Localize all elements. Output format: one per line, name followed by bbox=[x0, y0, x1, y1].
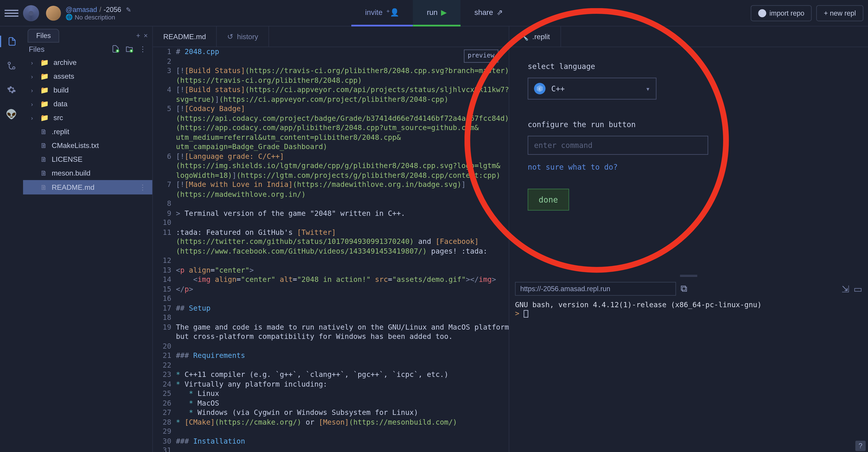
help-link[interactable]: not sure what to do? bbox=[528, 163, 849, 171]
run-command-input[interactable] bbox=[528, 136, 708, 155]
history-icon: ↺ bbox=[227, 32, 234, 41]
add-tab-icon[interactable]: + bbox=[136, 32, 141, 40]
new-repl-button[interactable]: + new repl bbox=[816, 5, 864, 21]
pencil-icon[interactable] bbox=[124, 5, 131, 13]
files-header-label: Files bbox=[29, 45, 44, 53]
files-icon[interactable] bbox=[0, 36, 23, 47]
folder-data[interactable]: ›📁data bbox=[23, 97, 152, 111]
chevron-down-icon: ▾ bbox=[646, 84, 650, 93]
owner-link[interactable]: @amasad bbox=[66, 5, 97, 13]
done-button[interactable]: done bbox=[528, 189, 569, 210]
folder-archive[interactable]: ›📁archive bbox=[23, 56, 152, 70]
center-actions: invite ⁺👤 run ▶ share ⇗ bbox=[351, 0, 517, 26]
more-icon[interactable]: ⋮ bbox=[139, 45, 147, 53]
left-icon-bar: 👽 bbox=[0, 26, 23, 452]
hamburger-icon[interactable] bbox=[4, 9, 18, 17]
folder-build[interactable]: ›📁build bbox=[23, 83, 152, 97]
preview-button[interactable]: preview bbox=[464, 50, 498, 62]
right-pane: 🔧 .replit select language C C++ ▾ config… bbox=[509, 26, 868, 452]
github-icon bbox=[758, 9, 766, 17]
terminal-cursor bbox=[524, 310, 528, 318]
repl-title-block: @amasad / -2056 No description bbox=[66, 5, 131, 20]
svg-point-1 bbox=[13, 67, 15, 69]
share-icon: ⇗ bbox=[497, 8, 503, 16]
slash: / bbox=[99, 5, 101, 13]
file-LICENSE[interactable]: 🗎LICENSE bbox=[23, 152, 152, 166]
cpp-icon: C bbox=[534, 83, 546, 94]
version-control-icon[interactable] bbox=[6, 60, 17, 71]
file-README-md[interactable]: 🗎README.md⋮ bbox=[23, 180, 152, 195]
file--replit[interactable]: 🗎.replit bbox=[23, 125, 152, 139]
new-file-icon[interactable] bbox=[112, 45, 120, 53]
terminal-line: GNU bash, version 4.4.12(1)-release (x86… bbox=[515, 300, 862, 309]
file-panel: Files + × Files ⋮ ›📁archive›📁assets›📁bui… bbox=[23, 26, 152, 452]
repl-description: No description bbox=[66, 13, 131, 21]
top-bar: @amasad / -2056 No description invite ⁺👤… bbox=[0, 0, 868, 26]
share-button[interactable]: share ⇗ bbox=[461, 0, 517, 26]
wrench-icon: 🔧 bbox=[520, 32, 529, 41]
language-picker[interactable]: C C++ ▾ bbox=[528, 78, 656, 100]
svg-point-0 bbox=[8, 62, 10, 64]
person-plus-icon: ⁺👤 bbox=[386, 8, 399, 16]
svg-text:C: C bbox=[539, 87, 541, 91]
repl-name[interactable]: -2056 bbox=[103, 5, 121, 13]
configure-run-label: configure the run button bbox=[528, 120, 849, 129]
editor-tab-readme[interactable]: README.md bbox=[153, 26, 217, 47]
terminal-expand-icon[interactable]: ▭ bbox=[854, 283, 862, 294]
invite-button[interactable]: invite ⁺👤 bbox=[351, 0, 413, 26]
replit-logo-icon[interactable] bbox=[23, 5, 39, 21]
files-tab[interactable]: Files bbox=[28, 29, 59, 43]
config-tab-replit[interactable]: 🔧 .replit bbox=[509, 26, 561, 47]
terminal-popout-icon[interactable]: ⇲ bbox=[842, 283, 849, 294]
alien-icon[interactable]: 👽 bbox=[6, 108, 17, 120]
file-meson-build[interactable]: 🗎meson.build bbox=[23, 166, 152, 180]
file-CMakeLists-txt[interactable]: 🗎CMakeLists.txt bbox=[23, 139, 152, 152]
terminal[interactable]: GNU bash, version 4.4.12(1)-release (x86… bbox=[509, 300, 868, 452]
pane-divider[interactable] bbox=[509, 274, 868, 277]
import-repo-button[interactable]: import repo bbox=[750, 5, 812, 21]
help-icon[interactable]: ? bbox=[855, 441, 866, 451]
new-folder-icon[interactable] bbox=[125, 45, 133, 53]
settings-icon[interactable] bbox=[6, 84, 17, 95]
history-tab[interactable]: ↺ history bbox=[217, 26, 269, 47]
folder-src[interactable]: ›📁src bbox=[23, 111, 152, 125]
open-external-icon[interactable]: ⧉ bbox=[681, 284, 687, 294]
language-value: C++ bbox=[551, 84, 565, 93]
avatar[interactable] bbox=[46, 5, 61, 20]
editor-pane: README.md ↺ history 12345678910111213141… bbox=[152, 26, 509, 452]
play-icon: ▶ bbox=[441, 8, 447, 16]
select-language-label: select language bbox=[528, 62, 849, 71]
console-url[interactable]: https://-2056.amasad.repl.run bbox=[515, 282, 676, 296]
close-tab-icon[interactable]: × bbox=[144, 32, 148, 40]
folder-assets[interactable]: ›📁assets bbox=[23, 70, 152, 83]
terminal-prompt: > bbox=[515, 309, 520, 318]
run-button[interactable]: run ▶ bbox=[413, 0, 461, 26]
